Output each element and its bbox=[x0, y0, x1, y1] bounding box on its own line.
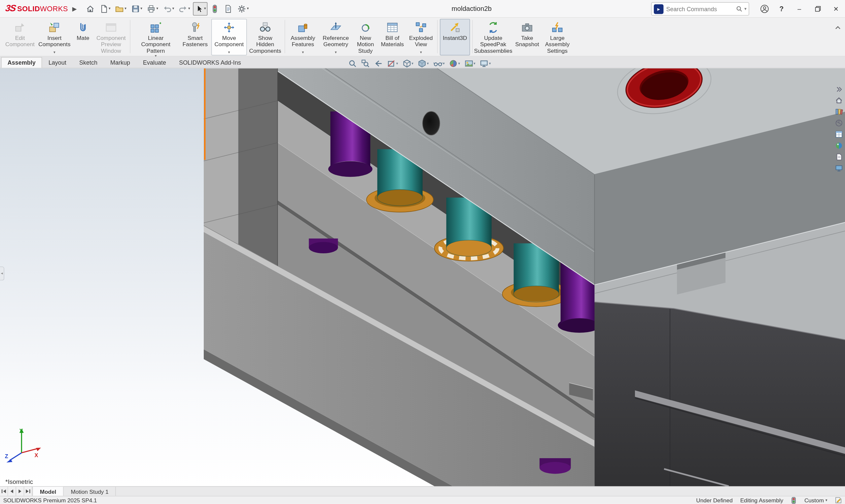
left-face-dark[interactable] bbox=[238, 68, 277, 266]
reference-triad[interactable]: Y X Z bbox=[4, 426, 42, 470]
previous-view-button[interactable] bbox=[373, 59, 384, 68]
insert-components-button[interactable]: Insert Components ▾ bbox=[37, 19, 72, 55]
feature-tree-flyout-handle[interactable]: ◂ bbox=[0, 267, 4, 281]
instant3d-button[interactable]: Instant3D bbox=[440, 19, 470, 55]
return-pin-bottom[interactable] bbox=[539, 458, 571, 474]
assembly-features-button[interactable]: Assembly Features ▾ bbox=[287, 19, 318, 55]
model-3d-view[interactable] bbox=[0, 68, 845, 486]
mate-button[interactable]: Mate bbox=[73, 19, 93, 55]
dropdown-caret-icon[interactable]: ▾ bbox=[396, 61, 398, 66]
apply-scene-button[interactable]: ▾ bbox=[463, 59, 477, 68]
search-icon[interactable] bbox=[736, 5, 743, 12]
user-account-button[interactable] bbox=[756, 0, 773, 18]
tab-scroll-prev-button[interactable] bbox=[8, 487, 16, 496]
dropdown-caret-icon[interactable]: ▾ bbox=[443, 61, 445, 66]
smart-fasteners-button[interactable]: Smart Fasteners bbox=[180, 19, 210, 55]
exploded-view-button[interactable]: Exploded View ▾ bbox=[407, 19, 435, 55]
dropdown-caret-icon[interactable]: ▾ bbox=[228, 50, 230, 55]
configuration-selector[interactable]: Custom ▾ bbox=[805, 497, 828, 504]
rebuild-button[interactable] bbox=[209, 2, 221, 16]
tab-scroll-first-button[interactable] bbox=[0, 487, 8, 496]
design-library-button[interactable] bbox=[833, 106, 844, 118]
section-view-button[interactable]: ▾ bbox=[386, 59, 399, 68]
zoom-to-area-button[interactable] bbox=[360, 59, 371, 68]
appearances-scenes-button[interactable] bbox=[833, 140, 844, 151]
update-speedpak-button[interactable]: Update SpeedPak Subassemblies bbox=[475, 19, 512, 55]
tab-sketch[interactable]: Sketch bbox=[73, 57, 104, 68]
tag-editor-icon[interactable] bbox=[835, 497, 842, 504]
tab-motion-study-1[interactable]: Motion Study 1 bbox=[64, 487, 116, 496]
show-hidden-components-button[interactable]: Show Hidden Components bbox=[248, 19, 282, 55]
display-style-button[interactable]: ▾ bbox=[417, 59, 430, 68]
bill-of-materials-button[interactable]: Bill of Materials bbox=[379, 19, 406, 55]
tab-solidworks-add-ins[interactable]: SOLIDWORKS Add-Ins bbox=[173, 57, 248, 68]
linear-component-pattern-button[interactable]: Linear Component Pattern ▾ bbox=[133, 19, 179, 55]
redo-button[interactable]: ▾ bbox=[177, 2, 192, 16]
brand-works: WORKS bbox=[40, 5, 68, 13]
reference-geometry-button[interactable]: Reference Geometry ▾ bbox=[320, 19, 352, 55]
bill-of-materials-icon bbox=[386, 21, 399, 34]
file-properties-button[interactable] bbox=[222, 2, 235, 16]
file-explorer-button[interactable] bbox=[833, 118, 844, 129]
search-input[interactable] bbox=[666, 6, 736, 12]
search-caret-icon[interactable]: ▾ bbox=[744, 6, 747, 12]
configuration-label[interactable]: Custom bbox=[805, 497, 824, 504]
3dexperience-chip-icon[interactable]: ▸ bbox=[654, 4, 663, 14]
3dexperience-pane-button[interactable] bbox=[833, 163, 844, 174]
search-commands-box[interactable]: ▸ ▾ bbox=[651, 2, 749, 16]
dropdown-caret-icon[interactable]: ▾ bbox=[335, 50, 337, 55]
collapse-pane-button[interactable] bbox=[833, 84, 844, 95]
move-component-button[interactable]: Move Component ▾ bbox=[211, 19, 247, 55]
undo-button[interactable]: ▾ bbox=[161, 2, 176, 16]
large-assembly-settings-button[interactable]: Large Assembly Settings bbox=[543, 19, 572, 55]
save-button[interactable]: ▾ bbox=[129, 2, 144, 16]
dropdown-caret-icon[interactable]: ▾ bbox=[473, 61, 476, 66]
x-axis-arrow[interactable] bbox=[36, 448, 41, 451]
tab-assembly[interactable]: Assembly bbox=[1, 57, 42, 68]
dropdown-caret-icon[interactable]: ▾ bbox=[302, 50, 304, 55]
tab-layout[interactable]: Layout bbox=[42, 57, 73, 68]
ribbon-separator bbox=[437, 20, 438, 53]
tab-scroll-next-button[interactable] bbox=[16, 487, 24, 496]
tab-model[interactable]: Model bbox=[32, 487, 64, 496]
ribbon-collapse-button[interactable] bbox=[835, 22, 841, 32]
maximize-button[interactable] bbox=[808, 0, 827, 18]
solidworks-forum-button[interactable] bbox=[833, 151, 844, 163]
home-button[interactable] bbox=[84, 2, 97, 16]
home-pane-button[interactable] bbox=[833, 95, 844, 106]
new-document-button[interactable]: ▾ bbox=[98, 2, 112, 16]
return-pin-hidden[interactable] bbox=[309, 238, 338, 253]
new-motion-study-button[interactable]: New Motion Study bbox=[353, 19, 378, 55]
zoom-to-area-icon bbox=[361, 59, 370, 68]
dropdown-caret-icon[interactable]: ▾ bbox=[826, 498, 828, 502]
take-snapshot-button[interactable]: Take Snapshot bbox=[513, 19, 541, 55]
help-button[interactable]: ? bbox=[773, 0, 790, 18]
zoom-to-fit-button[interactable] bbox=[347, 59, 358, 68]
graphics-area[interactable]: Y X Z *Isometric bbox=[0, 68, 845, 486]
custom-properties-button[interactable] bbox=[833, 129, 844, 140]
tab-evaluate[interactable]: Evaluate bbox=[137, 57, 173, 68]
left-face-light[interactable] bbox=[204, 68, 238, 245]
ribbon-separator bbox=[472, 20, 473, 53]
view-settings-button[interactable]: ▾ bbox=[479, 59, 492, 68]
tab-scroll-last-button[interactable] bbox=[24, 487, 32, 496]
clamp-plate-hole[interactable] bbox=[422, 111, 440, 135]
edit-appearance-button[interactable]: ▾ bbox=[448, 59, 461, 68]
select-tool-button[interactable]: ▾ bbox=[193, 2, 208, 16]
dropdown-caret-icon[interactable]: ▾ bbox=[420, 50, 422, 55]
view-orientation-button[interactable]: ▾ bbox=[401, 59, 414, 68]
menu-flyout-arrow-icon[interactable]: ▶ bbox=[72, 5, 77, 12]
dropdown-caret-icon[interactable]: ▾ bbox=[458, 61, 460, 66]
dropdown-caret-icon[interactable]: ▾ bbox=[53, 50, 55, 55]
options-button[interactable]: ▾ bbox=[236, 2, 251, 16]
close-button[interactable]: ✕ bbox=[827, 0, 845, 18]
open-document-button[interactable]: ▾ bbox=[113, 2, 128, 16]
dropdown-caret-icon[interactable]: ▾ bbox=[427, 61, 429, 66]
minimize-button[interactable]: – bbox=[790, 0, 808, 18]
monitor-icon bbox=[480, 59, 488, 68]
hide-show-items-button[interactable]: ▾ bbox=[432, 59, 446, 68]
tab-markup[interactable]: Markup bbox=[104, 57, 136, 68]
print-button[interactable]: ▾ bbox=[145, 2, 160, 16]
dropdown-caret-icon[interactable]: ▾ bbox=[489, 61, 491, 66]
dropdown-caret-icon[interactable]: ▾ bbox=[411, 61, 413, 66]
